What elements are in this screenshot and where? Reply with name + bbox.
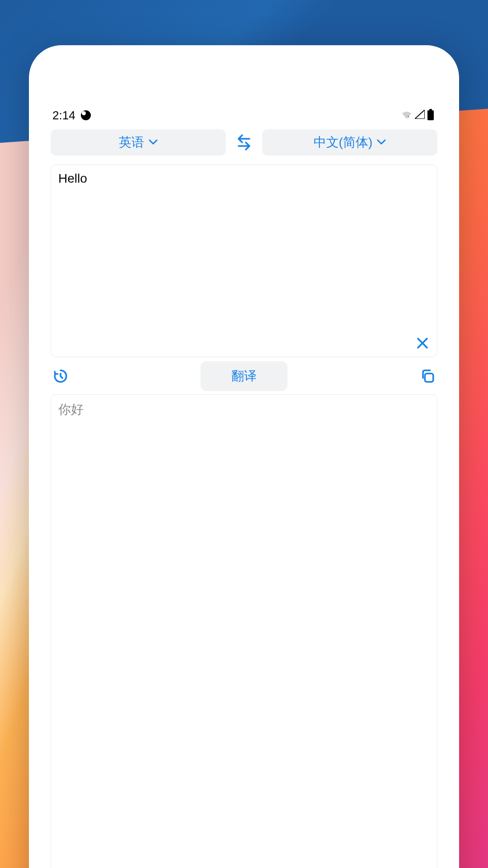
swap-icon: [235, 133, 253, 151]
status-bar: 2:14 x: [51, 108, 437, 126]
status-time: 2:14: [52, 108, 75, 123]
source-text: Hello: [58, 171, 430, 186]
copy-icon: [420, 368, 435, 384]
target-language-button[interactable]: 中文(简体): [262, 129, 437, 156]
chevron-down-icon: [149, 138, 158, 146]
action-row: 翻译: [51, 357, 437, 389]
target-language-label: 中文(简体): [314, 134, 373, 151]
source-language-button[interactable]: 英语: [51, 129, 226, 156]
status-left: 2:14: [52, 108, 91, 123]
app-screen: 2:14 x 英语: [51, 108, 437, 868]
copy-button[interactable]: [418, 366, 437, 386]
history-button[interactable]: [51, 366, 70, 386]
translate-button[interactable]: 翻译: [201, 361, 287, 391]
translate-button-label: 翻译: [231, 369, 257, 383]
swap-languages-button[interactable]: [233, 132, 255, 153]
history-icon: [53, 368, 68, 384]
status-right: x: [401, 110, 434, 121]
translated-text: 你好: [58, 401, 430, 418]
source-language-label: 英语: [119, 134, 144, 151]
translation-output: 你好: [51, 394, 437, 868]
source-text-input[interactable]: Hello: [51, 165, 437, 357]
clear-input-button[interactable]: [414, 335, 431, 351]
svg-rect-1: [425, 373, 433, 382]
wifi-icon: x: [401, 111, 412, 120]
language-selector-row: 英语 中文(简体): [51, 126, 437, 159]
app-indicator-icon: [81, 110, 91, 120]
chevron-down-icon: [377, 138, 386, 146]
phone-frame: 2:14 x 英语: [29, 45, 459, 868]
svg-text:x: x: [408, 114, 409, 118]
signal-icon: [415, 110, 425, 121]
close-icon: [416, 336, 429, 350]
battery-icon: [427, 110, 434, 120]
